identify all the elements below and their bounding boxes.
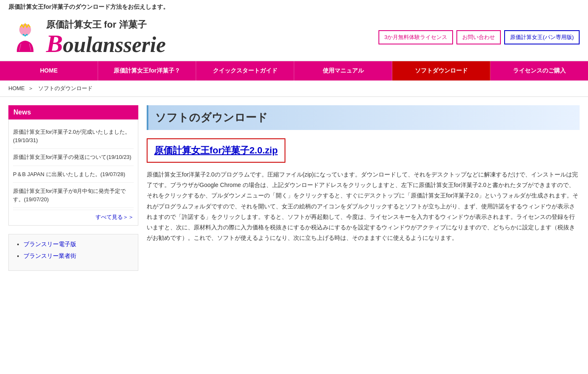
logo-area: 原価計算女王 for 洋菓子 B oulansserie xyxy=(8,18,166,56)
see-all-link[interactable]: すべて見る＞＞ xyxy=(96,214,134,220)
news-body: 原価計算女王for洋菓子2.0が完成いたしました。(19/10/31) 原価計算… xyxy=(8,119,138,226)
breadcrumb: HOME ＞ ソフトのダウンロード xyxy=(0,81,588,97)
page-title: ソフトのダウンロード xyxy=(155,110,573,125)
logo-brand-text: oulansserie xyxy=(63,34,166,56)
nav-purchase[interactable]: ライセンスのご購入 xyxy=(490,61,588,81)
logo-text: 原価計算女王 for 洋菓子 B oulansserie xyxy=(46,18,166,56)
nav-home[interactable]: HOME xyxy=(0,61,98,81)
list-item: ブランスリー電子版 xyxy=(23,241,132,248)
svg-point-1 xyxy=(23,34,24,36)
list-item: P＆B JAPAN に出展いたしました。(19/07/28) xyxy=(13,166,134,183)
see-all-area: すべて見る＞＞ xyxy=(13,210,134,221)
news-link-1[interactable]: 原価計算女王for洋菓子2.0が完成いたしました。(19/10/31) xyxy=(13,129,130,143)
list-item: 原価計算女王for洋菓子の発送について(19/10/23) xyxy=(13,149,134,166)
nav-download[interactable]: ソフトダウンロード xyxy=(392,61,490,81)
trial-license-button[interactable]: 3か月無料体験ライセンス xyxy=(378,30,453,44)
content-area: ソフトのダウンロード 原価計算女王for洋菓子2.0.zip 原価計算女王for… xyxy=(147,105,580,243)
list-item: 原価計算女王for洋菓子2.0が完成いたしました。(19/10/31) xyxy=(13,124,134,149)
nav-quickstart[interactable]: クイックスタートガイド xyxy=(196,61,294,81)
main-content: News 原価計算女王for洋菓子2.0が完成いたしました。(19/10/31)… xyxy=(0,97,588,279)
header-buttons: 3か月無料体験ライセンス お問い合わせ 原価計算女王(パン専用版) xyxy=(378,30,580,44)
logo-brand-prefix: B xyxy=(46,31,63,56)
bread-version-button[interactable]: 原価計算女王(パン専用版) xyxy=(504,30,580,44)
list-item: 原価計算女王for洋菓子が8月中旬に発売予定です。(19/07/20) xyxy=(13,183,134,208)
logo-subtitle: 原価計算女王 for 洋菓子 xyxy=(46,18,166,31)
sidebar-links: ブランスリー電子版 ブランスリー業者街 xyxy=(8,234,138,271)
content-body: 原価計算女王for洋菓子2.0のプログラムです。圧縮ファイル(zip)になってい… xyxy=(147,169,580,243)
sidebar-link-1[interactable]: ブランスリー電子版 xyxy=(23,241,76,247)
download-link-box: 原価計算女王for洋菓子2.0.zip xyxy=(147,138,285,163)
breadcrumb-separator: ＞ xyxy=(28,85,34,91)
download-link[interactable]: 原価計算女王for洋菓子2.0.zip xyxy=(154,145,278,156)
header: 原価計算女王 for 洋菓子 B oulansserie 3か月無料体験ライセン… xyxy=(0,14,588,61)
news-link-4[interactable]: 原価計算女王for洋菓子が8月中旬に発売予定です。(19/07/20) xyxy=(13,188,126,203)
content-title-bar: ソフトのダウンロード xyxy=(147,105,580,130)
nav-about[interactable]: 原価計算女王for洋菓子？ xyxy=(98,61,196,81)
contact-button[interactable]: お問い合わせ xyxy=(456,30,501,44)
top-announcement: 原価計算女王for洋菓子のダウンロード方法をお伝えします。 xyxy=(0,0,588,14)
sidebar-link-2[interactable]: ブランスリー業者街 xyxy=(23,252,76,259)
news-link-3[interactable]: P＆B JAPAN に出展いたしました。(19/07/28) xyxy=(13,171,125,177)
breadcrumb-current: ソフトのダウンロード xyxy=(38,85,93,91)
svg-point-2 xyxy=(24,35,26,36)
nav-manual[interactable]: 使用マニュアル xyxy=(294,61,392,81)
main-navigation: HOME 原価計算女王for洋菓子？ クイックスタートガイド 使用マニュアル ソ… xyxy=(0,61,588,81)
news-header: News xyxy=(8,105,138,119)
svg-point-3 xyxy=(26,34,28,36)
sidebar: News 原価計算女王for洋菓子2.0が完成いたしました。(19/10/31)… xyxy=(8,105,138,271)
news-link-2[interactable]: 原価計算女王for洋菓子の発送について(19/10/23) xyxy=(13,154,131,160)
list-item: ブランスリー業者街 xyxy=(23,252,132,260)
breadcrumb-home[interactable]: HOME xyxy=(8,85,25,91)
logo-queen-icon xyxy=(8,21,42,54)
